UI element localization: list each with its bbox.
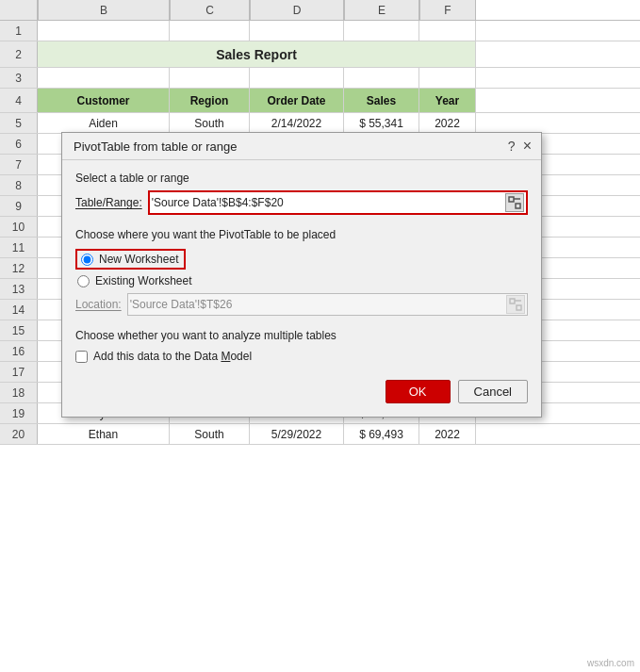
pivot-dialog: PivotTable from table or range ? × Selec… (61, 132, 542, 418)
cell-5d: 2/14/2022 (250, 113, 344, 133)
cell-20e: $ 69,493 (344, 424, 419, 444)
cell-1e (344, 21, 419, 41)
row-num-3: 3 (0, 68, 38, 88)
range-picker-button[interactable] (505, 193, 524, 212)
row-num-14: 14 (0, 300, 38, 320)
cell-5e: $ 55,341 (344, 113, 419, 133)
watermark: wsxdn.com (587, 658, 634, 668)
existing-worksheet-radio[interactable] (77, 275, 90, 287)
dialog-titlebar-actions: ? × (508, 139, 532, 154)
spreadsheet: B C D E F 1 2 Sales Report 3 4 Customer … (0, 0, 640, 672)
dialog-body: Select a table or range Table/Range: Cho… (62, 160, 541, 417)
row-num-1: 1 (0, 21, 38, 41)
cell-20d: 5/29/2022 (250, 424, 344, 444)
svg-rect-0 (509, 197, 514, 202)
row-num-9: 9 (0, 196, 38, 216)
row-20: 20 Ethan South 5/29/2022 $ 69,493 2022 (0, 424, 640, 445)
cell-3f (419, 68, 476, 88)
location-input (130, 298, 506, 311)
row-1: 1 (0, 21, 640, 41)
svg-rect-1 (516, 204, 520, 208)
existing-worksheet-label: Existing Worksheet (95, 274, 192, 287)
col-header-c: D (250, 0, 344, 20)
row-num-5: 5 (0, 113, 38, 133)
header-year: Year (419, 89, 476, 112)
row-num-10: 10 (0, 217, 38, 237)
dialog-titlebar: PivotTable from table or range ? × (62, 133, 541, 160)
cell-1d (250, 21, 344, 41)
cell-20c: South (170, 424, 250, 444)
row-num-4: 4 (0, 89, 38, 112)
table-range-label: Table/Range: (75, 196, 142, 209)
cancel-button[interactable]: Cancel (458, 380, 528, 403)
placement-label: Choose where you want the PivotTable to … (75, 228, 528, 241)
header-customer: Customer (38, 89, 170, 112)
location-picker-button (506, 295, 525, 314)
cell-1c (170, 21, 250, 41)
row-5: 5 Aiden South 2/14/2022 $ 55,341 2022 (0, 113, 640, 134)
cell-20b: Ethan (38, 424, 170, 444)
title-cell: Sales Report (38, 41, 476, 67)
cell-5c: South (170, 113, 250, 133)
header-sales: Sales (344, 89, 419, 112)
cell-3b (38, 68, 170, 88)
row-num-11: 11 (0, 238, 38, 257)
row-num-15: 15 (0, 320, 38, 340)
existing-worksheet-row: Existing Worksheet (77, 274, 528, 287)
cell-3e (344, 68, 419, 88)
cell-5b: Aiden (38, 113, 170, 133)
row-num-12: 12 (0, 258, 38, 278)
col-header-d: E (344, 0, 419, 20)
row-3: 3 (0, 68, 640, 89)
col-header-b: C (170, 0, 250, 20)
row-num-17: 17 (0, 362, 38, 382)
range-input-wrap[interactable] (148, 190, 528, 215)
col-header-e: F (419, 0, 476, 20)
corner-cell (0, 0, 38, 21)
cell-3d (250, 68, 344, 88)
add-data-model-row: Add this data to the Data Model (75, 350, 528, 363)
svg-rect-3 (510, 299, 515, 303)
cell-1f (419, 21, 476, 41)
row-num-16: 16 (0, 341, 38, 361)
cell-5f: 2022 (419, 113, 476, 133)
add-data-model-label: Add this data to the Data Model (93, 350, 252, 363)
row-num-6: 6 (0, 134, 38, 154)
add-data-model-checkbox[interactable] (75, 351, 88, 363)
header-orderdate: Order Date (250, 89, 344, 112)
dialog-close-button[interactable]: × (523, 139, 532, 154)
table-range-row: Table/Range: (75, 190, 528, 215)
row-num-2: 2 (0, 41, 38, 67)
row-num-13: 13 (0, 279, 38, 299)
location-row: Location: (75, 293, 528, 316)
location-label: Location: (75, 298, 122, 311)
row-4: 4 Customer Region Order Date Sales Year (0, 89, 640, 113)
range-input[interactable] (152, 196, 505, 209)
row-num-7: 7 (0, 155, 38, 174)
header-region: Region (170, 89, 250, 112)
row-num-19: 19 (0, 403, 38, 423)
location-input-wrap (127, 293, 528, 316)
select-table-label: Select a table or range (75, 172, 528, 185)
row-num-18: 18 (0, 383, 38, 402)
row-num-20: 20 (0, 424, 38, 444)
svg-rect-4 (517, 305, 521, 310)
cell-20f: 2022 (419, 424, 476, 444)
new-worksheet-option[interactable]: New Worksheet (75, 249, 186, 270)
new-worksheet-radio[interactable] (81, 254, 93, 266)
col-header-a: B (38, 0, 170, 20)
dialog-help-button[interactable]: ? (508, 139, 516, 154)
row-2: 2 Sales Report (0, 41, 640, 68)
row-num-8: 8 (0, 175, 38, 195)
cell-1b (38, 21, 170, 41)
dialog-buttons: OK Cancel (75, 380, 528, 403)
ok-button[interactable]: OK (386, 380, 451, 403)
new-worksheet-label: New Worksheet (99, 253, 178, 266)
dialog-title: PivotTable from table or range (74, 139, 237, 154)
multiple-tables-label: Choose whether you want to analyze multi… (75, 329, 528, 342)
cell-3c (170, 68, 250, 88)
